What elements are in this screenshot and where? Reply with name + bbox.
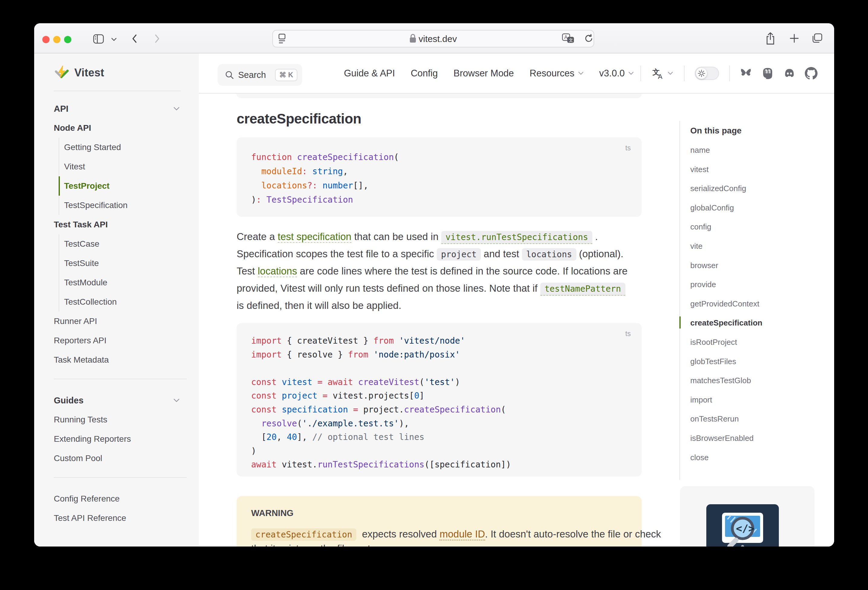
toc-item-provide[interactable]: provide	[690, 275, 812, 294]
svg-text:</>: </>	[736, 522, 754, 534]
zoom-window-button[interactable]	[64, 36, 71, 43]
svg-text:文: 文	[569, 38, 573, 43]
sidebar-item-test-task-api[interactable]: Test Task API	[54, 215, 187, 234]
chevron-down-icon	[173, 107, 180, 111]
toc-item-ontestsrerun[interactable]: onTestsRerun	[690, 409, 812, 429]
site-navbar: Search ⌘ K Guide & APIConfigBrowser Mode…	[199, 53, 834, 94]
bluesky-link[interactable]	[740, 67, 752, 80]
search-icon	[225, 71, 234, 79]
toc-item-isbrowserenabled[interactable]: isBrowserEnabled	[690, 429, 812, 448]
minimize-window-button[interactable]	[53, 36, 61, 43]
vitest-logo-icon	[54, 65, 69, 81]
main-content: createSpecification ts function createSp…	[199, 94, 834, 546]
divider	[684, 66, 685, 81]
url-text[interactable]: vitest.dev	[419, 34, 457, 44]
sidebar-item-extending-reporters[interactable]: Extending Reporters	[54, 430, 187, 449]
sidebar-item-testcase[interactable]: TestCase	[59, 234, 187, 254]
sidebar-divider	[54, 91, 181, 91]
code-block-signature: ts function createSpecification( moduleI…	[237, 137, 642, 217]
sidebar-item-task-metadata[interactable]: Task Metadata	[54, 350, 187, 369]
toc-item-globtestfiles[interactable]: globTestFiles	[690, 352, 812, 371]
toc-item-isrootproject[interactable]: isRootProject	[690, 333, 812, 352]
toc-item-globalconfig[interactable]: globalConfig	[690, 199, 812, 218]
sidebar-item-node-api[interactable]: Node API	[54, 118, 187, 138]
vitest-logo[interactable]: Vitest	[54, 65, 104, 81]
browser-window: vitest.dev A文 Vitest APINode APIGetting …	[34, 23, 834, 546]
sidebar-item-getting-started[interactable]: Getting Started	[59, 138, 187, 157]
reader-view-icon[interactable]	[278, 34, 286, 44]
sidebar-item-config-reference[interactable]: Config Reference	[54, 489, 187, 509]
svg-text:A: A	[564, 35, 568, 40]
inline-code: project	[437, 248, 481, 260]
close-window-button[interactable]	[42, 36, 50, 43]
github-link[interactable]	[805, 67, 818, 80]
sidebar-item-test-api-reference[interactable]: Test API Reference	[54, 509, 187, 528]
chevron-down-icon	[578, 72, 584, 75]
sidebar-toggle-icon[interactable]	[93, 34, 104, 44]
toc-item-name[interactable]: name	[690, 141, 812, 160]
sidebar-item-vitest[interactable]: Vitest	[59, 157, 187, 177]
nav-link-guide-api[interactable]: Guide & API	[344, 68, 395, 79]
inline-code-link[interactable]: vitest.runTestSpecifications	[441, 231, 592, 244]
github-icon	[805, 67, 818, 80]
sidebar-item-reporters-api[interactable]: Reporters API	[54, 331, 187, 350]
back-button[interactable]	[131, 34, 137, 43]
browser-toolbar: vitest.dev A文	[34, 23, 834, 53]
nav-dropdown-resources[interactable]: Resources	[530, 68, 583, 79]
code-block-example: ts import { createVitest } from 'vitest/…	[237, 323, 642, 477]
toc-title: On this page	[690, 121, 812, 141]
toc-item-serializedconfig[interactable]: serializedConfig	[690, 179, 812, 199]
sidebar-item-testspecification[interactable]: TestSpecification	[59, 196, 187, 215]
sidebar-item-testcollection[interactable]: TestCollection	[59, 292, 187, 312]
toc-item-vitest[interactable]: vitest	[690, 160, 812, 180]
share-icon[interactable]	[766, 32, 775, 45]
reload-icon[interactable]	[584, 33, 593, 44]
sidebar-item-custom-pool[interactable]: Custom Pool	[54, 449, 187, 468]
nav-dropdown-v3-0-0[interactable]: v3.0.0	[599, 68, 634, 79]
sponsor-card[interactable]: </>	[680, 486, 815, 546]
toc-item-createspecification[interactable]: createSpecification	[690, 313, 812, 333]
inline-link[interactable]: test specification	[278, 231, 351, 243]
inline-code: locations	[522, 248, 576, 260]
discord-link[interactable]	[783, 67, 796, 80]
sidebar-section-api[interactable]: API	[54, 99, 187, 118]
search-button[interactable]: Search ⌘ K	[218, 64, 302, 86]
forward-button[interactable]	[154, 34, 160, 43]
new-tab-icon[interactable]	[790, 34, 799, 43]
sidebar-item-testsuite[interactable]: TestSuite	[59, 254, 187, 273]
toc-item-vite[interactable]: vite	[690, 237, 812, 256]
toc-item-matchestestglob[interactable]: matchesTestGlob	[690, 371, 812, 390]
nav-link-config[interactable]: Config	[411, 68, 438, 79]
sidebar-item-testmodule[interactable]: TestModule	[59, 273, 187, 292]
theme-toggle[interactable]	[695, 67, 719, 80]
sidebar: Vitest APINode APIGetting StartedVitestT…	[34, 53, 199, 546]
toc-item-browser[interactable]: browser	[690, 256, 812, 275]
sidebar-item-runner-api[interactable]: Runner API	[54, 312, 187, 331]
tab-overview-icon[interactable]	[812, 33, 822, 44]
nav-link-browser-mode[interactable]: Browser Mode	[454, 68, 514, 79]
previous-code-block-remnant	[237, 94, 642, 98]
sidebar-section-guides[interactable]: Guides	[54, 391, 187, 410]
translate-icon: 文 A	[652, 67, 664, 79]
toolbar-chevron-down-icon[interactable]	[111, 38, 117, 41]
svg-text:A: A	[658, 73, 663, 79]
inline-link[interactable]: module ID	[440, 528, 485, 540]
toc-active-marker	[679, 316, 681, 328]
toc-item-import[interactable]: import	[690, 390, 812, 410]
inline-code-link[interactable]: testNamePattern	[540, 282, 625, 296]
mastodon-link[interactable]	[761, 67, 774, 80]
inline-link[interactable]: locations	[258, 265, 297, 277]
bluesky-icon	[740, 68, 752, 79]
divider	[729, 66, 730, 81]
toc-item-config[interactable]: config	[690, 218, 812, 237]
toc-item-close[interactable]: close	[690, 448, 812, 468]
lock-icon	[409, 33, 417, 44]
toc-item-getprovidedcontext[interactable]: getProvidedContext	[690, 294, 812, 314]
language-menu[interactable]: 文 A	[652, 67, 673, 79]
mastodon-icon	[762, 67, 774, 79]
translate-icon[interactable]: A文	[562, 33, 575, 44]
discord-icon	[783, 68, 796, 79]
sidebar-item-running-tests[interactable]: Running Tests	[54, 410, 187, 430]
chevron-down-icon	[668, 72, 673, 75]
sidebar-item-testproject[interactable]: TestProject	[59, 177, 187, 196]
